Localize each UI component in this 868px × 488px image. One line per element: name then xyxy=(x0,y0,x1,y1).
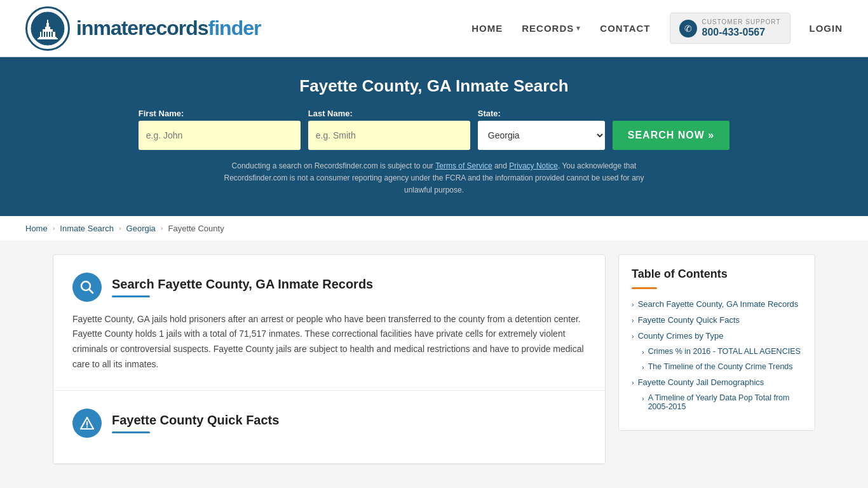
search-section: Search Fayette County, GA Inmate Records… xyxy=(53,255,605,391)
toc-underline xyxy=(632,287,657,289)
toc-sub-link-3[interactable]: › A Timeline of Yearly Data Pop Total fr… xyxy=(642,393,802,411)
svg-rect-8 xyxy=(46,32,48,37)
toc-list: › Search Fayette County, GA Inmate Recor… xyxy=(632,299,802,411)
last-name-label: Last Name: xyxy=(308,109,353,118)
privacy-link[interactable]: Privacy Notice xyxy=(509,161,558,170)
quick-facts-title: Fayette County Quick Facts xyxy=(112,413,279,428)
quick-facts-underline xyxy=(112,431,150,433)
state-label: State: xyxy=(478,109,501,118)
toc-sub-chevron-2: › xyxy=(642,363,644,371)
last-name-input[interactable] xyxy=(308,121,470,150)
search-form: First Name: Last Name: State: Georgia SE… xyxy=(25,109,843,150)
site-header: inmaterecordsfinder HOME RECORDS ▾ CONTA… xyxy=(0,0,868,57)
nav-home[interactable]: HOME xyxy=(471,23,503,34)
first-name-group: First Name: xyxy=(139,109,301,150)
hero-disclaimer: Conducting a search on Recordsfinder.com… xyxy=(212,160,656,197)
toc-sub-link-2[interactable]: › The Timeline of the County Crime Trend… xyxy=(642,362,802,371)
toc-sub-chevron-1: › xyxy=(642,348,644,356)
toc-item-4: › Fayette County Jail Demographics xyxy=(632,377,802,387)
nav-records[interactable]: RECORDS ▾ xyxy=(522,23,581,34)
toc-link-2[interactable]: › Fayette County Quick Facts xyxy=(632,315,802,325)
hero-title: Fayette County, GA Inmate Search xyxy=(25,76,843,96)
breadcrumb-sep-1: › xyxy=(53,224,55,232)
toc-sub-item-1: › Crimes % in 2016 - TOTAL ALL AGENCIES xyxy=(642,347,802,356)
support-number: 800-433-0567 xyxy=(702,26,781,38)
logo-text: inmaterecordsfinder xyxy=(76,17,261,40)
toc-item-1: › Search Fayette County, GA Inmate Recor… xyxy=(632,299,802,309)
nav-login[interactable]: LOGIN xyxy=(810,23,843,34)
toc-sublist: › Crimes % in 2016 - TOTAL ALL AGENCIES … xyxy=(632,347,802,371)
search-title-underline xyxy=(112,295,150,297)
logo-area: inmaterecordsfinder xyxy=(25,6,261,51)
breadcrumb-sep-3: › xyxy=(161,224,163,232)
hero-section: Fayette County, GA Inmate Search First N… xyxy=(0,57,868,216)
customer-support-box: ✆ CUSTOMER SUPPORT 800-433-0567 xyxy=(670,13,790,44)
breadcrumb-home[interactable]: Home xyxy=(25,224,48,233)
toc-item-3: › County Crimes by Type xyxy=(632,331,802,341)
search-section-icon xyxy=(72,273,102,302)
svg-rect-5 xyxy=(47,20,48,24)
main-nav: HOME RECORDS ▾ CONTACT ✆ CUSTOMER SUPPOR… xyxy=(471,13,843,44)
first-name-label: First Name: xyxy=(139,109,184,118)
toc-link-4[interactable]: › Fayette County Jail Demographics xyxy=(632,377,802,387)
support-label: CUSTOMER SUPPORT xyxy=(702,18,781,26)
toc-item-2: › Fayette County Quick Facts xyxy=(632,315,802,325)
toc-sub-item-3: › A Timeline of Yearly Data Pop Total fr… xyxy=(642,393,802,411)
toc-chevron-4: › xyxy=(632,379,634,386)
phone-icon: ✆ xyxy=(679,20,697,37)
svg-point-17 xyxy=(86,426,88,428)
toc-sub-chevron-3: › xyxy=(642,395,644,402)
svg-line-14 xyxy=(90,289,93,293)
search-section-header: Search Fayette County, GA Inmate Records xyxy=(72,273,586,302)
content-left: Search Fayette County, GA Inmate Records… xyxy=(53,254,606,464)
toc-chevron-3: › xyxy=(632,332,634,340)
toc-sub-item-2: › The Timeline of the County Crime Trend… xyxy=(642,362,802,371)
toc-sub-link-1[interactable]: › Crimes % in 2016 - TOTAL ALL AGENCIES xyxy=(642,347,802,356)
search-button[interactable]: SEARCH NOW » xyxy=(613,121,729,150)
nav-contact[interactable]: CONTACT xyxy=(600,23,650,34)
quick-facts-section: Fayette County Quick Facts xyxy=(53,391,605,464)
svg-rect-12 xyxy=(37,38,58,39)
breadcrumb-inmate-search[interactable]: Inmate Search xyxy=(60,224,114,233)
breadcrumb-current: Fayette County xyxy=(168,224,224,233)
chevron-down-icon: ▾ xyxy=(576,24,581,32)
svg-rect-6 xyxy=(41,32,43,37)
state-group: State: Georgia xyxy=(478,109,605,150)
toc-link-3[interactable]: › County Crimes by Type xyxy=(632,331,802,341)
svg-rect-11 xyxy=(39,37,57,38)
toc-link-1[interactable]: › Search Fayette County, GA Inmate Recor… xyxy=(632,299,802,309)
breadcrumb-georgia[interactable]: Georgia xyxy=(126,224,156,233)
content-right: Table of Contents › Search Fayette Count… xyxy=(618,254,815,431)
breadcrumb: Home › Inmate Search › Georgia › Fayette… xyxy=(0,216,868,241)
toc-chevron-1: › xyxy=(632,301,634,308)
last-name-group: Last Name: xyxy=(308,109,470,150)
first-name-input[interactable] xyxy=(139,121,301,150)
main-content: Search Fayette County, GA Inmate Records… xyxy=(27,254,841,464)
search-section-title: Search Fayette County, GA Inmate Records xyxy=(112,277,373,292)
svg-rect-7 xyxy=(44,32,45,37)
toc-title: Table of Contents xyxy=(632,268,802,281)
toc-sublist-2: › A Timeline of Yearly Data Pop Total fr… xyxy=(632,393,802,411)
quick-facts-header: Fayette County Quick Facts xyxy=(72,409,586,438)
quick-facts-icon xyxy=(72,409,102,438)
svg-rect-4 xyxy=(46,23,49,27)
terms-link[interactable]: Terms of Service xyxy=(435,161,492,170)
svg-rect-10 xyxy=(51,32,53,37)
logo-icon xyxy=(25,6,70,51)
state-select[interactable]: Georgia xyxy=(478,121,605,150)
search-section-body: Fayette County, GA jails hold prisoners … xyxy=(72,312,586,372)
toc-chevron-2: › xyxy=(632,316,634,324)
breadcrumb-sep-2: › xyxy=(119,224,121,232)
svg-rect-9 xyxy=(49,32,50,37)
